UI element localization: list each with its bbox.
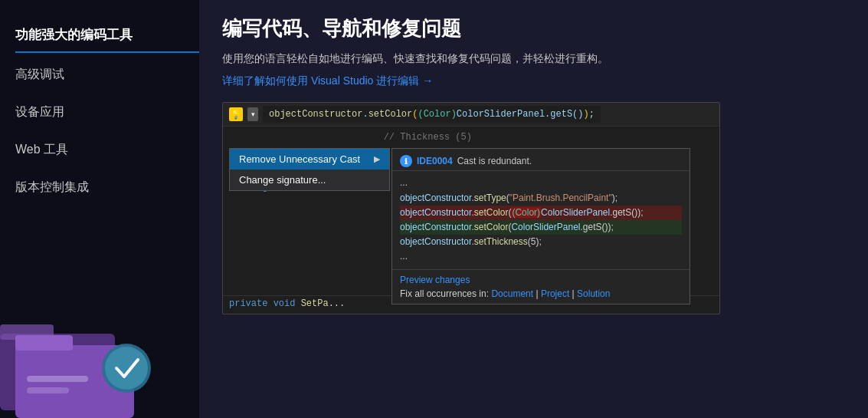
content-description: 使用您的语言轻松自如地进行编码、快速查找和修复代码问题，并轻松进行重构。	[222, 50, 697, 67]
sidebar-item-devices[interactable]: 设备应用	[15, 94, 199, 131]
tooltip-actions: Preview changes Fix all occurrences in: …	[392, 269, 689, 304]
code-line: // Thickness (5)	[229, 130, 713, 146]
tooltip-header: ℹ IDE0004 Cast is redundant.	[392, 149, 689, 171]
page-title: 编写代码、导航和修复问题	[222, 15, 845, 42]
fix-project-link[interactable]: Project	[541, 288, 569, 299]
tooltip-body: ... objectConstructor.setType("Paint.Bru…	[392, 171, 689, 268]
tooltip-code-line1: objectConstructor.setType("Paint.Brush.P…	[400, 191, 682, 206]
tooltip-code-line3-green: objectConstructor.setColor(ColorSliderPa…	[400, 220, 682, 235]
submenu-arrow: ▶	[374, 154, 380, 164]
tooltip-code-dots1: ...	[400, 176, 682, 190]
folder-illustration	[0, 288, 169, 418]
learn-more-link[interactable]: 详细了解如何使用 Visual Studio 进行编辑 →	[222, 74, 845, 88]
fix-all-line: Fix all occurrences in: Document | Proje…	[400, 288, 682, 299]
svg-rect-4	[27, 376, 88, 382]
svg-rect-3	[15, 335, 73, 351]
tooltip-code-line4: objectConstructor.setThickness(5);	[400, 235, 682, 249]
top-code-line: objectConstructor.setColor((Color)ColorS…	[263, 106, 601, 123]
tooltip-panel: ℹ IDE0004 Cast is redundant. ... objectC…	[391, 148, 690, 304]
svg-point-7	[105, 347, 148, 390]
sidebar-item-debugging[interactable]: 高级调试	[15, 56, 199, 94]
lightbulb-dropdown[interactable]: ▾	[247, 107, 258, 121]
tooltip-code-dots2: ...	[400, 249, 682, 264]
sidebar-item-vcs[interactable]: 版本控制集成	[15, 169, 199, 206]
svg-rect-5	[27, 387, 69, 393]
fix-solution-link[interactable]: Solution	[577, 288, 610, 299]
editor-body: // Thickness (5) DrawingCanvas.M... Draw…	[223, 127, 719, 295]
menu-item-change-signature[interactable]: Change signature...	[230, 170, 389, 190]
sidebar-item-web[interactable]: Web 工具	[15, 131, 199, 169]
tooltip-code-line2-red: objectConstructor.setColor((Color)ColorS…	[400, 206, 682, 220]
sidebar-item-coding-tools[interactable]: 功能强大的编码工具	[15, 15, 199, 53]
sidebar: 功能强大的编码工具 高级调试 设备应用 Web 工具 版本控制集成	[0, 0, 199, 418]
ide-code: IDE0004	[417, 156, 453, 166]
tooltip-message: Cast is redundant.	[457, 156, 532, 166]
context-menu: Remove Unnecessary Cast ▶ Change signatu…	[229, 148, 390, 191]
fix-document-link[interactable]: Document	[491, 288, 533, 299]
preview-changes-link[interactable]: Preview changes	[400, 275, 682, 285]
lightbulb-button[interactable]: 💡	[229, 107, 243, 121]
editor-toolbar: 💡 ▾ objectConstructor.setColor((Color)Co…	[223, 103, 719, 127]
code-editor: 💡 ▾ objectConstructor.setColor((Color)Co…	[222, 102, 720, 314]
info-icon: ℹ	[400, 155, 412, 167]
menu-item-remove-cast[interactable]: Remove Unnecessary Cast ▶	[230, 149, 389, 170]
main-content: 编写代码、导航和修复问题 使用您的语言轻松自如地进行编码、快速查找和修复代码问题…	[199, 0, 868, 418]
